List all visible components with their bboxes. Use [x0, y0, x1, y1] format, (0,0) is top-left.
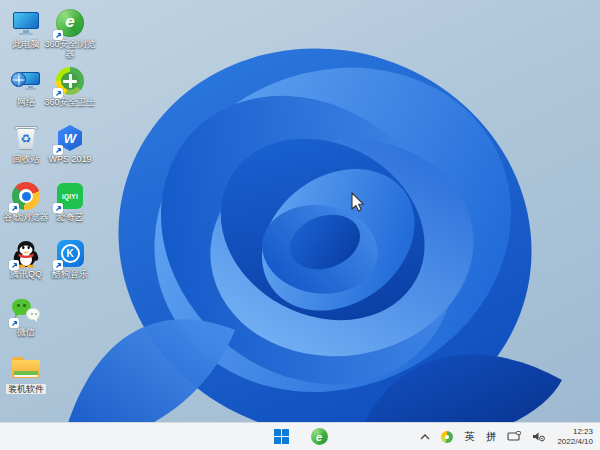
ime-mode-label: 拼 — [486, 430, 497, 444]
desktop-icon-label: 酷狗音乐 — [52, 269, 88, 279]
volume-tray-button[interactable] — [531, 427, 546, 447]
windows-logo-icon — [274, 429, 289, 444]
recycle-glyph: ♻ — [21, 132, 32, 146]
display-tray-button[interactable] — [506, 427, 522, 447]
shortcut-arrow-icon — [53, 203, 63, 213]
desktop-icon-wps[interactable]: W WPS 2019 — [44, 123, 96, 164]
360-tray-icon — [441, 431, 453, 443]
volume-icon — [532, 431, 545, 442]
ime-language-button[interactable]: 英 — [463, 427, 476, 447]
desktop-icon-label: 360安全卫士 — [44, 97, 95, 107]
desktop-icon-label: 腾讯QQ — [10, 269, 42, 279]
taskbar-360-browser-button[interactable]: e — [307, 425, 331, 449]
desktop-icon-software-folder[interactable]: 装机软件 — [0, 353, 52, 394]
desktop-icon-label: 微信 — [17, 327, 35, 337]
desktop-icon-360-guard[interactable]: 360安全卫士 — [44, 66, 96, 107]
360-tray-button[interactable] — [440, 427, 454, 447]
hidden-icons-button[interactable] — [419, 427, 431, 447]
wechat-icon — [11, 296, 41, 326]
wps-icon: W — [55, 123, 85, 153]
desktop-screen: 此电脑 e 360安全浏览器 网络 360安全卫士 ♻ — [0, 0, 600, 450]
monitor-icon — [11, 8, 41, 38]
clock-time: 12:23 — [573, 427, 593, 437]
chevron-up-icon — [420, 434, 430, 440]
360-guard-icon — [55, 66, 85, 96]
desktop-icon-label: 360安全浏览器 — [44, 39, 96, 59]
desktop-icon-kugou[interactable]: K 酷狗音乐 — [44, 238, 96, 279]
kugou-icon: K — [55, 238, 85, 268]
desktop-icon-wechat[interactable]: 微信 — [0, 296, 52, 337]
shortcut-arrow-icon — [53, 88, 63, 98]
ime-mode-button[interactable]: 拼 — [485, 427, 498, 447]
360-browser-icon: e — [311, 428, 328, 445]
desktop-icon-label: 装机软件 — [6, 384, 46, 394]
display-icon — [507, 431, 521, 442]
desktop-icon-360-browser[interactable]: e 360安全浏览器 — [44, 8, 96, 59]
desktop-icon-label: 爱奇艺 — [57, 212, 84, 222]
start-button[interactable] — [269, 425, 293, 449]
iqiyi-icon: iQIYI — [55, 181, 85, 211]
taskbar-clock[interactable]: 12:23 2022/4/10 — [555, 427, 595, 447]
shortcut-arrow-icon — [53, 145, 63, 155]
desktop-icon-iqiyi[interactable]: iQIYI 爱奇艺 — [44, 181, 96, 222]
mouse-cursor-icon — [350, 192, 366, 214]
ime-language-label: 英 — [464, 430, 475, 444]
taskbar-center: e — [269, 423, 331, 450]
qq-penguin-icon — [11, 238, 41, 268]
desktop-icon-label: 回收站 — [13, 154, 40, 164]
desktop-icon-label: 此电脑 — [13, 39, 40, 49]
desktop-icon-label: WPS 2019 — [48, 154, 91, 164]
desktop-icon-label: 谷歌浏览器 — [4, 212, 49, 222]
shortcut-arrow-icon — [9, 260, 19, 270]
shortcut-arrow-icon — [53, 260, 63, 270]
system-tray: 英 拼 12:23 2022/4/10 — [419, 423, 595, 450]
shortcut-arrow-icon — [9, 203, 19, 213]
recycle-bin-icon: ♻ — [11, 123, 41, 153]
shortcut-arrow-icon — [9, 318, 19, 328]
folder-icon — [11, 353, 41, 383]
taskbar: e 英 拼 — [0, 422, 600, 450]
shortcut-arrow-icon — [53, 30, 63, 40]
network-globe-icon — [11, 66, 41, 96]
clock-date: 2022/4/10 — [557, 437, 593, 447]
desktop-icon-label: 网络 — [17, 97, 35, 107]
chrome-icon — [11, 181, 41, 211]
360-browser-icon: e — [55, 8, 85, 38]
